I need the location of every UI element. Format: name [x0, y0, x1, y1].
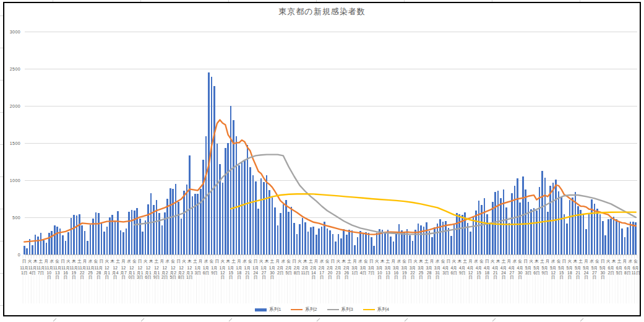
- bar[interactable]: [62, 235, 64, 255]
- bar[interactable]: [170, 188, 171, 255]
- bar[interactable]: [76, 215, 78, 255]
- bar[interactable]: [316, 235, 317, 255]
- bar[interactable]: [434, 227, 436, 255]
- bar[interactable]: [376, 233, 378, 255]
- bar[interactable]: [580, 210, 582, 255]
- bar[interactable]: [351, 230, 353, 255]
- bar[interactable]: [249, 167, 251, 255]
- bar[interactable]: [95, 212, 97, 255]
- bar[interactable]: [217, 144, 218, 255]
- bar[interactable]: [371, 237, 372, 255]
- bar[interactable]: [312, 227, 314, 255]
- bar[interactable]: [327, 228, 328, 255]
- bar[interactable]: [533, 208, 535, 255]
- bar[interactable]: [200, 189, 202, 255]
- bar[interactable]: [178, 202, 179, 255]
- bar[interactable]: [544, 178, 546, 255]
- bar[interactable]: [175, 184, 177, 255]
- bar[interactable]: [384, 232, 386, 255]
- bar[interactable]: [484, 198, 486, 255]
- bar[interactable]: [489, 224, 491, 255]
- bar[interactable]: [73, 215, 75, 255]
- bar[interactable]: [354, 245, 356, 255]
- series-line-3[interactable]: [134, 155, 636, 235]
- bar[interactable]: [197, 194, 199, 255]
- bar[interactable]: [172, 189, 174, 255]
- bar[interactable]: [43, 240, 45, 255]
- bar[interactable]: [241, 162, 243, 255]
- bar[interactable]: [310, 227, 312, 255]
- bar[interactable]: [186, 185, 188, 255]
- bar[interactable]: [24, 246, 25, 255]
- bar[interactable]: [431, 237, 433, 255]
- bar[interactable]: [340, 238, 342, 255]
- bar[interactable]: [161, 225, 163, 255]
- bar[interactable]: [395, 232, 397, 255]
- bar[interactable]: [541, 171, 543, 255]
- bar[interactable]: [126, 228, 127, 255]
- bar[interactable]: [583, 215, 585, 255]
- bar[interactable]: [150, 193, 152, 255]
- bar[interactable]: [302, 218, 304, 255]
- bar[interactable]: [283, 204, 285, 255]
- bar[interactable]: [122, 232, 124, 255]
- bar[interactable]: [192, 196, 194, 255]
- bar[interactable]: [293, 223, 295, 255]
- bar[interactable]: [429, 231, 431, 255]
- bar[interactable]: [514, 186, 516, 255]
- bar[interactable]: [494, 192, 496, 255]
- bar[interactable]: [147, 204, 149, 255]
- bar[interactable]: [51, 231, 53, 255]
- bar[interactable]: [236, 136, 238, 255]
- bar[interactable]: [456, 213, 458, 255]
- bar[interactable]: [500, 198, 502, 255]
- bar[interactable]: [332, 234, 334, 255]
- bar[interactable]: [79, 214, 80, 255]
- bar[interactable]: [591, 199, 593, 255]
- bar[interactable]: [439, 219, 441, 255]
- bar[interactable]: [288, 212, 290, 255]
- bar[interactable]: [213, 86, 215, 255]
- bar[interactable]: [478, 201, 480, 255]
- bar[interactable]: [599, 214, 601, 255]
- bar[interactable]: [403, 232, 405, 255]
- bar[interactable]: [181, 219, 182, 255]
- bar[interactable]: [142, 232, 144, 255]
- bar[interactable]: [158, 213, 160, 255]
- bar[interactable]: [475, 211, 477, 255]
- bar[interactable]: [87, 241, 88, 255]
- bar[interactable]: [409, 235, 411, 255]
- bar[interactable]: [450, 236, 452, 255]
- bar[interactable]: [458, 214, 460, 255]
- bar[interactable]: [497, 191, 499, 255]
- bar[interactable]: [252, 175, 254, 255]
- bar[interactable]: [257, 209, 259, 255]
- bar[interactable]: [558, 191, 560, 255]
- bar[interactable]: [338, 234, 340, 255]
- bar[interactable]: [555, 180, 557, 255]
- bar[interactable]: [128, 212, 130, 255]
- bar[interactable]: [260, 178, 262, 255]
- bar[interactable]: [274, 207, 276, 255]
- bar[interactable]: [225, 148, 226, 255]
- bar[interactable]: [329, 230, 331, 255]
- legend-item-series4[interactable]: 系列4: [363, 307, 389, 313]
- bar[interactable]: [268, 190, 270, 255]
- bar[interactable]: [552, 183, 554, 255]
- bar[interactable]: [373, 246, 375, 255]
- bar[interactable]: [233, 120, 234, 255]
- legend-item-series1[interactable]: 系列1: [255, 307, 281, 313]
- bar[interactable]: [114, 221, 116, 255]
- bar[interactable]: [318, 228, 320, 255]
- bar[interactable]: [357, 237, 359, 255]
- bar[interactable]: [37, 237, 39, 255]
- bar[interactable]: [304, 222, 306, 255]
- bar[interactable]: [35, 235, 36, 255]
- bar[interactable]: [84, 231, 86, 255]
- bar[interactable]: [103, 232, 105, 255]
- bar[interactable]: [343, 229, 345, 255]
- bar[interactable]: [398, 224, 400, 255]
- bar[interactable]: [117, 211, 119, 255]
- bar[interactable]: [255, 181, 257, 255]
- bar[interactable]: [244, 160, 246, 255]
